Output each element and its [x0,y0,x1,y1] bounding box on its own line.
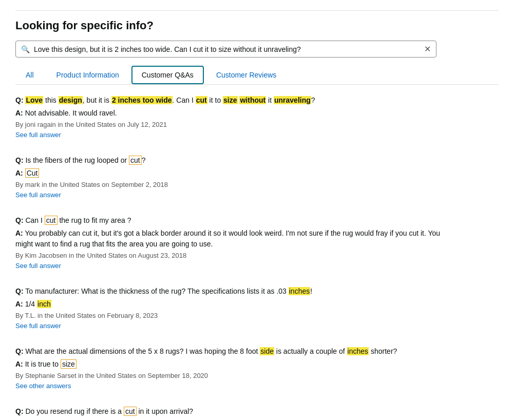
qa-question: Q: Love this design, but it is 2 inches … [15,95,457,106]
qa-item: Q: What are the actual dimensions of the… [15,346,457,394]
q-label: Q: [15,96,24,104]
q-label: Q: [15,287,24,295]
qa-answer: A: Cut [15,168,457,179]
q-label: Q: [15,407,24,415]
q-label: Q: [15,156,24,164]
qa-item: Q: To manufacturer: What is the thicknes… [15,286,457,334]
qa-question: Q: Do you resend rug if there is a cut i… [15,406,457,417]
tab-customer-reviews[interactable]: Customer Reviews [206,66,287,84]
qa-question: Q: To manufacturer: What is the thicknes… [15,286,457,297]
q-text: Love this design, but it is 2 inches too… [25,96,315,104]
tab-all[interactable]: All [15,66,44,84]
qa-meta: By Kim Jacobsen in the United States on … [15,252,457,259]
tab-customer-qas[interactable]: Customer Q&As [131,66,204,84]
see-full-answer-link[interactable]: See full answer [15,191,61,199]
a-label: A: [15,229,23,237]
q-text: To manufacturer: What is the thickness o… [25,287,312,295]
clear-icon[interactable]: ✕ [424,44,431,54]
q-text: Is the fibers of the rug looped or cut? [25,156,145,165]
page-title: Looking for specific info? [15,19,499,32]
a-label: A: [15,169,23,177]
a-label: A: [15,360,23,368]
search-icon: 🔍 [21,45,30,53]
tabs-container: All Product Information Customer Q&As Cu… [15,66,499,85]
qa-meta: By joni ragain in the United States on J… [15,121,457,128]
qa-item: Q: Do you resend rug if there is a cut i… [15,406,457,420]
q-label: Q: [15,347,24,355]
qa-question: Q: Can I cut the rug to fit my area ? [15,215,457,226]
qa-answer: A: Not advisable. It would ravel. [15,108,457,119]
qa-answer: A: You probably can cut it, but it's got… [15,228,457,250]
qa-answer: A: It is true to size [15,359,457,370]
see-full-answer-link[interactable]: See full answer [15,262,61,270]
qa-question: Q: Is the fibers of the rug looped or cu… [15,155,457,166]
qa-meta: By mark in the United States on Septembe… [15,181,457,188]
qa-list: Q: Love this design, but it is 2 inches … [15,95,457,420]
a-text: Cut [25,168,40,178]
see-full-answer-link[interactable]: See full answer [15,131,61,139]
a-text: It is true to size [25,359,77,369]
search-bar: 🔍 ✕ [15,41,436,58]
search-input[interactable] [34,45,420,53]
qa-meta: By Stephanie Sarset in the United States… [15,372,457,379]
q-text: Do you resend rug if there is a cut in i… [25,407,193,416]
qa-item: Q: Is the fibers of the rug looped or cu… [15,155,457,203]
q-text: What are the actual dimensions of the 5 … [25,347,397,355]
a-text: 1/4 inch [25,300,51,308]
a-text: Not advisable. It would ravel. [25,109,117,117]
qa-meta: By T.L. in the United States on February… [15,312,457,319]
see-full-answer-link[interactable]: See full answer [15,322,61,330]
qa-item: Q: Love this design, but it is 2 inches … [15,95,457,143]
qa-question: Q: What are the actual dimensions of the… [15,346,457,357]
see-other-answers-link[interactable]: See other answers [15,382,71,390]
qa-item: Q: Can I cut the rug to fit my area ? A:… [15,215,457,274]
tab-product-information[interactable]: Product Information [46,66,129,84]
q-label: Q: [15,216,24,224]
a-text: You probably can cut it, but it's got a … [15,229,440,248]
a-label: A: [15,300,23,308]
q-text: Can I cut the rug to fit my area ? [25,216,131,225]
a-label: A: [15,109,23,117]
qa-answer: A: 1/4 inch [15,299,457,310]
